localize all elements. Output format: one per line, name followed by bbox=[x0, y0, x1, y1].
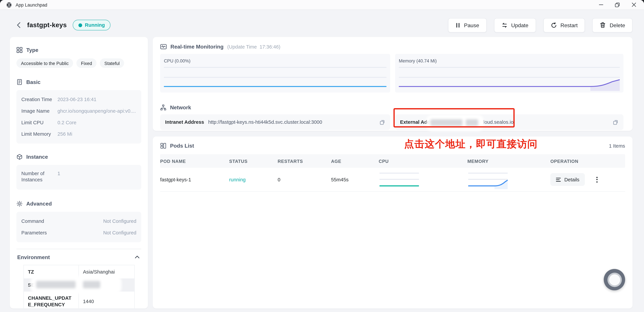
columns-icon bbox=[160, 143, 166, 149]
more-actions-button[interactable] bbox=[594, 175, 599, 184]
row-label: Image Name bbox=[21, 108, 58, 114]
basic-section-title: Basic bbox=[26, 79, 40, 85]
redaction-blur bbox=[30, 276, 122, 293]
instance-section-header: Instance bbox=[16, 154, 141, 160]
back-button[interactable] bbox=[13, 19, 25, 31]
tag-stateful: Stateful bbox=[100, 58, 124, 68]
app-logo-icon bbox=[6, 2, 12, 8]
restore-button[interactable] bbox=[614, 2, 620, 8]
external-address-row[interactable]: External Addre loud.sealos.io bbox=[395, 114, 624, 130]
row-value: 2023-06-23 16:41 bbox=[58, 96, 96, 103]
monitoring-header: Real-time Monitoring (Update Time 17:36:… bbox=[153, 37, 632, 50]
environment-table: TZ Asia/Shanghai SE CHANNEL bbox=[24, 265, 135, 308]
row-label: Limit CPU bbox=[21, 119, 58, 126]
network-header: Network bbox=[153, 98, 632, 111]
close-icon bbox=[632, 3, 636, 7]
row-label: Parameters bbox=[21, 230, 47, 236]
delete-button[interactable]: Delete bbox=[592, 18, 632, 32]
content: fastgpt-keys Running Pause bbox=[0, 10, 644, 312]
pod-memory-sparkline bbox=[468, 170, 550, 189]
col-age: AGE bbox=[331, 159, 379, 164]
close-button[interactable] bbox=[631, 2, 636, 8]
instance-panel: Number of Instances 1 bbox=[16, 165, 141, 190]
annotation-text: 点击这个地址，即可直接访问 bbox=[404, 137, 538, 150]
environment-title: Environment bbox=[17, 254, 50, 260]
cpu-sparkline-plot bbox=[379, 170, 420, 189]
pods-title: Pods List bbox=[170, 143, 194, 149]
memory-chart-plot bbox=[399, 63, 620, 91]
row-value: 1 bbox=[58, 171, 60, 177]
restore-icon bbox=[615, 2, 620, 7]
cpu-chart-label: CPU (0.00%) bbox=[164, 58, 190, 63]
document-icon bbox=[16, 79, 23, 85]
screen: App Launchpad bbox=[0, 0, 644, 312]
advanced-section-header: Advanced bbox=[16, 201, 141, 207]
chevron-left-icon bbox=[16, 22, 22, 28]
env-value: 1440 bbox=[79, 291, 134, 308]
type-section-header: Type bbox=[16, 47, 141, 53]
tag-fixed: Fixed bbox=[76, 58, 96, 68]
header-actions: Pause Update Restart bbox=[448, 18, 632, 32]
memory-chart: Memory (40.74 Mi) bbox=[395, 54, 624, 93]
minimize-button[interactable] bbox=[598, 2, 604, 8]
monitoring-update-time: (Update Time 17:36:46) bbox=[227, 44, 280, 50]
copy-external-button[interactable] bbox=[612, 119, 618, 125]
basic-row-creation-time: Creation Time 2023-06-23 16:41 bbox=[21, 94, 136, 105]
row-value: ghcr.io/songquanpeng/one-api:v0.... bbox=[58, 108, 136, 114]
col-operation: OPERATION bbox=[550, 159, 625, 164]
external-domain: loud.sealos.io bbox=[483, 119, 514, 125]
trash-icon bbox=[600, 22, 606, 28]
instance-row: Number of Instances 1 bbox=[21, 169, 136, 186]
basic-panel: Creation Time 2023-06-23 16:41 Image Nam… bbox=[16, 90, 141, 143]
page-title: fastgpt-keys bbox=[27, 21, 67, 29]
page-header: fastgpt-keys Running Pause bbox=[10, 16, 632, 35]
charts: CPU (0.00%) Memory (40.74 Mi) bbox=[160, 54, 625, 93]
monitoring-card: Real-time Monitoring (Update Time 17:36:… bbox=[153, 37, 632, 131]
copy-intranet-button[interactable] bbox=[379, 119, 385, 125]
intranet-label: Intranet Address bbox=[165, 119, 204, 125]
basic-row-limit-memory: Limit Memory 256 Mi bbox=[21, 128, 136, 140]
redaction-blur bbox=[426, 115, 484, 131]
network-title: Network bbox=[170, 104, 191, 111]
minimize-icon bbox=[598, 3, 603, 7]
env-row-channel-update: CHANNEL_UPDATE_FREQUENCY 1440 bbox=[24, 291, 134, 308]
row-label: Number of Instances bbox=[21, 171, 58, 183]
gear-icon bbox=[16, 201, 23, 207]
environment-section: Environment TZ Asia/Shanghai bbox=[16, 249, 141, 308]
basic-section-header: Basic bbox=[16, 79, 141, 85]
collapse-button[interactable] bbox=[134, 255, 140, 259]
status-badge: Running bbox=[72, 20, 111, 31]
pause-button[interactable]: Pause bbox=[448, 18, 486, 32]
row-label: Command bbox=[21, 218, 44, 224]
restart-button[interactable]: Restart bbox=[543, 18, 585, 32]
type-tags: Accessible to the Public Fixed Stateful bbox=[16, 58, 141, 68]
status-dot-icon bbox=[78, 23, 82, 27]
grid-icon bbox=[16, 47, 23, 53]
advanced-row-parameters: Parameters Not Configured bbox=[21, 227, 136, 239]
col-memory: MEMORY bbox=[468, 159, 550, 164]
pulse-monitor-icon bbox=[160, 44, 167, 50]
details-button[interactable]: Details bbox=[550, 173, 585, 186]
assist-ring-icon bbox=[607, 272, 622, 287]
memory-chart-label: Memory (40.74 Mi) bbox=[399, 58, 437, 63]
floating-assist-button[interactable] bbox=[604, 269, 625, 290]
advanced-row-command: Command Not Configured bbox=[21, 215, 136, 227]
col-cpu: CPU bbox=[379, 159, 468, 164]
col-restarts: RESTARTS bbox=[278, 159, 331, 164]
pods-table-header: POD NAME STATUS RESTARTS AGE CPU MEMORY … bbox=[160, 154, 625, 168]
pod-operations: Details bbox=[550, 173, 625, 186]
pod-age: 55m45s bbox=[331, 177, 379, 182]
swap-arrows-icon bbox=[501, 22, 508, 28]
pods-card: Pods List 1 Items POD NAME STATUS RESTAR… bbox=[153, 136, 632, 308]
env-key: CHANNEL_UPDATE_FREQUENCY bbox=[24, 291, 79, 308]
pause-icon bbox=[455, 22, 460, 28]
pods-header: Pods List 1 Items bbox=[153, 136, 632, 149]
intranet-address-row: Intranet Address http://fastgpt-keys.ns-… bbox=[160, 114, 390, 130]
titlebar: App Launchpad bbox=[0, 0, 644, 10]
row-value: Not Configured bbox=[103, 218, 136, 224]
update-button[interactable]: Update bbox=[494, 18, 536, 32]
row-value: 256 Mi bbox=[58, 131, 72, 137]
cpu-chart-plot bbox=[164, 63, 386, 91]
row-label: Creation Time bbox=[21, 96, 58, 103]
type-section-title: Type bbox=[26, 47, 38, 53]
